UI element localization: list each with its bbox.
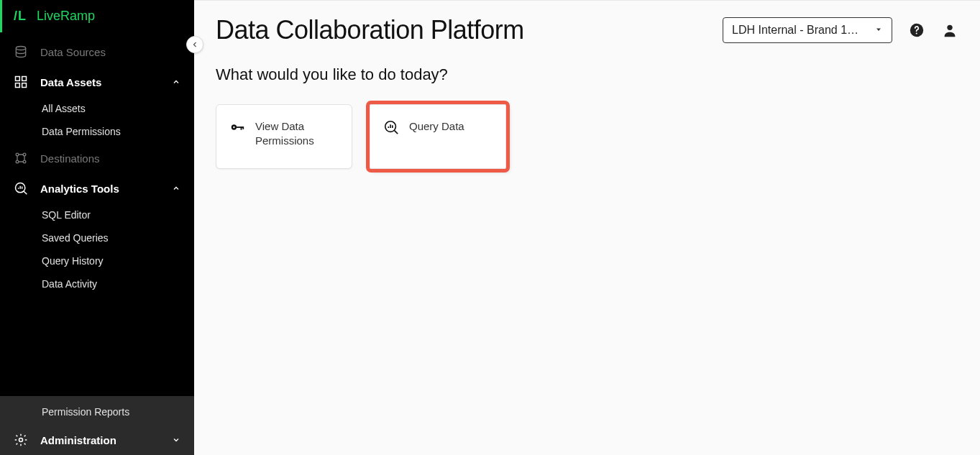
main-content: Data Collaboration Platform LDH Internal… <box>194 0 980 455</box>
gear-icon <box>13 432 29 448</box>
brand-logo-icon: /L <box>14 9 27 24</box>
sidebar-item-all-assets[interactable]: All Assets <box>42 97 194 120</box>
svg-rect-3 <box>16 83 20 88</box>
database-icon <box>13 44 29 60</box>
svg-rect-20 <box>242 127 244 129</box>
sidebar-item-permission-reports[interactable]: Permission Reports <box>42 400 194 423</box>
svg-point-7 <box>16 160 19 163</box>
svg-rect-2 <box>22 77 27 81</box>
svg-point-14 <box>916 33 917 35</box>
svg-rect-19 <box>241 127 242 130</box>
svg-point-8 <box>23 160 26 163</box>
main-prompt: What would you like to do today? <box>194 51 980 91</box>
analytics-icon <box>13 180 29 196</box>
sidebar-label-data-sources: Data Sources <box>40 46 183 58</box>
help-icon[interactable] <box>908 22 925 39</box>
key-icon <box>229 119 245 135</box>
svg-line-22 <box>395 131 398 134</box>
main-header: Data Collaboration Platform LDH Internal… <box>194 1 980 51</box>
chevron-up-icon <box>170 183 183 195</box>
svg-rect-18 <box>236 127 243 128</box>
sidebar-item-data-activity[interactable]: Data Activity <box>42 272 194 295</box>
svg-point-15 <box>947 25 952 30</box>
grid-icon <box>13 74 29 90</box>
sidebar-item-saved-queries[interactable]: Saved Queries <box>42 226 194 249</box>
svg-rect-1 <box>16 77 20 81</box>
chevron-up-icon <box>170 76 183 88</box>
sidebar-nav: Data Sources Data Assets All Assets Data… <box>0 32 194 396</box>
header-right: LDH Internal - Brand 1 (st… <box>723 17 958 43</box>
svg-point-17 <box>233 127 234 128</box>
card-view-data-permissions[interactable]: View Data Permissions <box>216 104 352 169</box>
sidebar-item-data-assets[interactable]: Data Assets <box>0 67 194 97</box>
sidebar-bottom: Permission Reports Administration <box>0 396 194 455</box>
sidebar-label-data-assets: Data Assets <box>40 76 158 88</box>
sidebar-label-destinations: Destinations <box>40 152 183 165</box>
sidebar-subnav-data-assets: All Assets Data Permissions <box>0 97 194 143</box>
sidebar-subnav-analytics-tools: SQL Editor Saved Queries Query History D… <box>0 203 194 295</box>
sidebar-collapse-button[interactable] <box>186 36 203 53</box>
sidebar-item-sql-editor[interactable]: SQL Editor <box>42 203 194 226</box>
analytics-search-icon <box>383 119 399 135</box>
brand[interactable]: /L LiveRamp <box>0 0 194 32</box>
svg-line-10 <box>24 191 27 194</box>
org-selected-label: LDH Internal - Brand 1 (st… <box>732 24 861 37</box>
caret-down-icon <box>874 24 883 37</box>
svg-point-11 <box>19 438 23 442</box>
svg-marker-12 <box>876 29 881 32</box>
svg-point-0 <box>16 47 25 50</box>
svg-point-6 <box>23 153 26 156</box>
brand-name: LiveRamp <box>37 9 95 24</box>
sidebar-item-administration[interactable]: Administration <box>0 425 194 455</box>
svg-point-5 <box>16 153 19 156</box>
network-icon <box>13 150 29 166</box>
card-label: Query Data <box>409 119 464 134</box>
sidebar-item-query-history[interactable]: Query History <box>42 249 194 272</box>
sidebar: /L LiveRamp Data Sources Data Assets All… <box>0 0 194 455</box>
action-cards: View Data Permissions Query Data <box>194 91 980 182</box>
account-icon[interactable] <box>941 22 958 39</box>
sidebar-item-analytics-tools[interactable]: Analytics Tools <box>0 173 194 203</box>
sidebar-item-destinations[interactable]: Destinations <box>0 143 194 173</box>
sidebar-item-data-sources[interactable]: Data Sources <box>0 37 194 67</box>
page-title: Data Collaboration Platform <box>216 15 524 45</box>
svg-rect-4 <box>22 83 27 88</box>
sidebar-label-administration: Administration <box>40 434 158 446</box>
card-label: View Data Permissions <box>255 119 340 149</box>
card-query-data[interactable]: Query Data <box>370 104 506 169</box>
org-selector[interactable]: LDH Internal - Brand 1 (st… <box>723 17 892 43</box>
sidebar-label-analytics-tools: Analytics Tools <box>40 183 158 195</box>
sidebar-item-data-permissions[interactable]: Data Permissions <box>42 120 194 143</box>
chevron-down-icon <box>170 434 183 446</box>
